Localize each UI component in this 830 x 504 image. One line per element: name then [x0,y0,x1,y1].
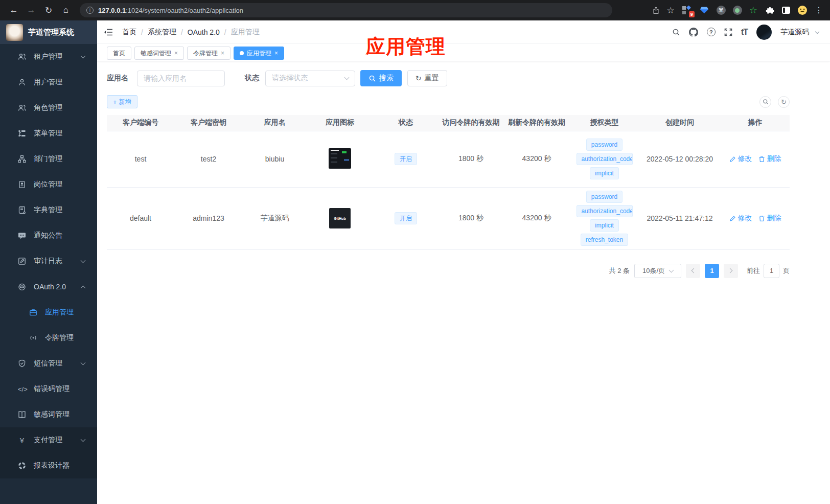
sidebar-item-oauth2[interactable]: OAuth 2.0 [0,274,97,300]
extension-gem[interactable] [699,5,709,15]
delete-link[interactable]: 删除 [758,214,781,223]
browser-back-button[interactable]: ← [6,3,21,18]
cell-app-name: 芋道源码 [243,187,307,249]
edit-label: 修改 [738,154,752,164]
user-avatar[interactable] [756,25,772,40]
sidebar-item-sensitiveword[interactable]: 敏感词管理 [0,402,97,427]
sidebar-item-oauth2-token[interactable]: 令牌管理 [0,325,97,351]
goto-label: 前往 [747,266,760,276]
chevron-right-icon [728,268,733,273]
main-area: 首页 / 系统管理 / OAuth 2.0 / 应用管理 ? tT 芋道源码 [97,20,830,504]
cell-created: 2022-05-12 00:28:20 [639,131,721,187]
tab-token[interactable]: 令牌管理 × [187,47,230,60]
sidebar-item-pay[interactable]: ¥ 支付管理 [0,427,97,453]
sidebar-item-role[interactable]: 角色管理 [0,95,97,121]
font-size-button[interactable]: tT [741,28,748,37]
sidebar-item-tenant[interactable]: 租户管理 [0,44,97,70]
side-panel-button[interactable] [782,7,790,14]
add-button[interactable]: + 新增 [107,95,137,108]
status-select[interactable]: 请选择状态 [265,71,355,86]
share-button[interactable] [652,7,660,14]
edit-link[interactable]: 修改 [729,214,752,223]
sidebar-item-label: 用户管理 [34,78,62,87]
tab-application-active[interactable]: 应用管理 × [234,47,284,60]
browser-reload-button[interactable]: ↻ [41,3,56,18]
search-icon [763,99,769,105]
sidebar-item-notice[interactable]: 通知公告 [0,223,97,248]
edit-link[interactable]: 修改 [729,154,752,164]
user-icon [18,78,26,86]
sidebar-item-errorcode[interactable]: </> 错误码管理 [0,376,97,402]
extension-star-green[interactable]: ☆ [749,5,757,16]
browser-home-button[interactable]: ⌂ [58,3,74,18]
goto-page-input[interactable] [764,264,779,278]
tab-sensitive-word[interactable]: 敏感词管理 × [134,47,184,60]
breadcrumb-home[interactable]: 首页 [122,28,136,37]
github-link[interactable] [689,28,698,37]
cell-client-id: test [107,131,174,187]
toggle-search-button[interactable] [759,96,771,108]
col-client-id: 客户端编号 [107,115,174,131]
sidebar-item-oauth2-application[interactable]: 应用管理 [0,300,97,325]
pagination-jumper: 前往 页 [747,264,790,278]
page-size-select[interactable]: 10条/页 [634,264,681,278]
chevron-down-icon [81,437,86,442]
app-logo[interactable]: 芋道管理系统 [0,20,97,44]
username[interactable]: 芋道源码 [780,28,809,37]
breadcrumb-system: 系统管理 [148,28,176,37]
chevron-down-icon [669,267,674,272]
browser-forward-button[interactable]: → [24,3,39,18]
user-menu-caret-icon[interactable] [815,29,819,33]
sidebar-item-dict[interactable]: 字典管理 [0,197,97,223]
extension-command[interactable]: ⌘ [717,6,726,15]
tab-home[interactable]: 首页 [107,47,131,60]
page-unit-label: 页 [783,266,790,276]
next-page-button[interactable] [724,264,738,278]
grant-tag: authorization_code [577,153,633,165]
delete-label: 删除 [767,214,781,223]
sidebar-item-dept[interactable]: 部门管理 [0,146,97,172]
col-app-icon: 应用图标 [307,115,373,131]
breadcrumb-oauth2: OAuth 2.0 [188,28,220,36]
extensions-puzzle-button[interactable] [765,5,775,15]
sidebar-menu: 租户管理 用户管理 角色管理 菜单管理 部门管理 岗位管理 字典管理 [0,44,97,478]
extension-emoji[interactable] [797,5,808,15]
status-select-placeholder: 请选择状态 [272,74,308,83]
sidebar-item-post[interactable]: 岗位管理 [0,172,97,197]
tab-close-icon[interactable]: × [174,50,178,57]
grant-tag: implicit [590,167,619,179]
applications-table: 客户端编号 客户端密钥 应用名 应用图标 状态 访问令牌的有效期 刷新令牌的有效… [107,115,790,250]
address-bar[interactable]: i 127.0.0.1:1024/system/oauth2/oauth2/ap… [80,3,612,17]
status-label: 状态 [245,74,259,83]
sidebar-collapse-button[interactable] [104,28,113,36]
bookmark-star-button[interactable]: ☆ [667,6,675,15]
help-button[interactable]: ? [707,28,716,36]
chevron-down-icon [81,258,86,263]
breadcrumb-separator: / [181,28,183,36]
app-name-input[interactable] [137,71,225,86]
delete-link[interactable]: 删除 [758,154,781,164]
extension-badge: 9 [689,11,695,17]
page-number-1[interactable]: 1 [705,264,719,278]
reset-button[interactable]: ↻ 重置 [407,70,447,86]
robot-icon [18,283,26,291]
github-icon [689,28,698,37]
reload-icon: ↻ [45,5,52,16]
fullscreen-button[interactable] [724,28,732,36]
refresh-table-button[interactable]: ↻ [778,96,790,108]
sidebar-item-report-designer[interactable]: 报表设计器 [0,453,97,478]
sidebar-item-auditlog[interactable]: 审计日志 [0,248,97,274]
fullscreen-icon [724,28,732,36]
sidebar-item-user[interactable]: 用户管理 [0,70,97,95]
sidebar-item-sms[interactable]: 短信管理 [0,351,97,376]
site-info-icon[interactable]: i [86,7,94,14]
tab-close-icon[interactable]: × [274,50,278,57]
tab-close-icon[interactable]: × [221,50,224,57]
extension-recorder[interactable] [733,6,742,15]
extension-tabgroups[interactable]: 9 [682,5,692,15]
prev-page-button[interactable] [686,264,700,278]
browser-menu-button[interactable]: ⋮ [815,6,823,14]
sidebar-item-menu[interactable]: 菜单管理 [0,121,97,146]
header-search-button[interactable] [672,28,680,36]
search-button[interactable]: 搜索 [360,70,402,86]
